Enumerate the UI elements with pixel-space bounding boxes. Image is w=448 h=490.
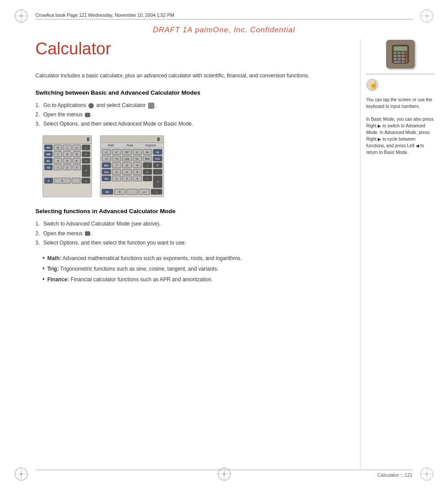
ce-btn[interactable]: CE — [44, 165, 53, 170]
svg-rect-32 — [402, 58, 405, 60]
div-btn[interactable]: ÷ — [82, 145, 90, 150]
percent-btn[interactable]: % — [54, 145, 62, 150]
dot-btn[interactable]: . — [72, 178, 80, 184]
intro-text: Calculator includes a basic calculator, … — [35, 72, 318, 80]
adv-dot[interactable]: . — [126, 189, 138, 195]
adv-ex[interactable]: eˣ — [133, 149, 142, 155]
adv-1x[interactable]: 1/x — [143, 149, 152, 155]
step2-3-text: Select Options, and then select the func… — [43, 239, 186, 247]
btn-4[interactable]: 4 — [54, 158, 62, 164]
calculator-image-icon — [391, 44, 410, 64]
adv-equal-right[interactable]: = — [153, 176, 162, 188]
svg-rect-24 — [402, 52, 405, 54]
adv-2[interactable]: 2 — [122, 176, 131, 181]
mr-btn[interactable]: MR — [44, 151, 53, 157]
adv-eex[interactable]: EEx — [102, 162, 111, 168]
step2-1-text: Switch to Advanced Calculator Mode (see … — [43, 220, 161, 228]
adv-log[interactable]: Log — [122, 156, 131, 161]
c-btn[interactable]: C — [44, 178, 53, 184]
adv-5[interactable]: 5 — [122, 169, 131, 175]
plusminus-btn[interactable]: +/- — [73, 145, 81, 150]
adv-sto[interactable]: Sto — [102, 176, 111, 181]
adv-int[interactable]: Int — [153, 149, 162, 155]
book-info: CrowAce.book Page 121 Wednesday, Novembe… — [35, 12, 174, 18]
mul-btn[interactable]: × — [82, 151, 90, 157]
page-header: CrowAce.book Page 121 Wednesday, Novembe… — [35, 12, 413, 19]
adv-sub[interactable]: − — [143, 176, 152, 181]
adv-x2[interactable]: x² — [102, 149, 111, 155]
svg-rect-23 — [398, 52, 401, 54]
adv-calc-buttons: x² xʸ 10ˣ eˣ 1/x Int √x ˣ√x Log Ln Mod F… — [100, 148, 164, 197]
svg-text:☝: ☝ — [369, 81, 378, 89]
adv-c[interactable]: C — [153, 162, 162, 168]
section1-steps: 1. Go to Applications and select Calcula… — [35, 101, 318, 129]
adv-1[interactable]: 1 — [112, 176, 121, 181]
footer-text: Calculator :: 121 — [377, 472, 413, 478]
step3-text: Select Options, and then select Advanced… — [43, 120, 193, 128]
adv-10x[interactable]: 10ˣ — [122, 149, 131, 155]
adv-0[interactable]: 0 — [114, 189, 126, 195]
sidebar-tip1: You can tap the screen or use the keyboa… — [366, 96, 435, 110]
adv-add[interactable]: + — [151, 189, 162, 195]
adv-9[interactable]: 9 — [133, 162, 142, 168]
function-bullets: Math: Advanced mathematical functions su… — [42, 254, 318, 283]
sidebar-calculator-icon — [386, 40, 415, 69]
adv-frac[interactable]: Frac — [153, 156, 162, 161]
tip-icon: ☝ — [366, 79, 435, 94]
mc-btn[interactable]: MC — [44, 145, 53, 150]
page-footer: Calculator :: 121 — [35, 470, 413, 478]
sqrt-btn[interactable]: √ — [63, 145, 71, 150]
adv-ln[interactable]: Ln — [133, 156, 142, 161]
adv-tab-degrees[interactable]: Degrees — [145, 144, 156, 147]
btn-7[interactable]: 7 — [54, 151, 62, 157]
adv-7[interactable]: 7 — [112, 162, 121, 168]
adv-con[interactable]: Con — [102, 169, 111, 175]
svg-point-15 — [425, 473, 428, 475]
adv-rcl[interactable]: Rcl — [102, 189, 113, 195]
adv-xy[interactable]: xʸ — [112, 149, 121, 155]
basic-calc-display: 0 — [43, 136, 92, 144]
btn-8[interactable]: 8 — [63, 151, 71, 157]
btn-0[interactable]: 0 — [54, 178, 71, 184]
adv-xrootx[interactable]: ˣ√x — [112, 156, 121, 161]
main-content: Calculator Calculator includes a basic c… — [35, 40, 318, 463]
adv-4[interactable]: 4 — [112, 169, 121, 175]
adv-sqrtx[interactable]: √x — [102, 156, 111, 161]
btn-3[interactable]: 3 — [73, 165, 81, 170]
btn-5[interactable]: 5 — [63, 158, 71, 164]
bullet-finance: Finance: Financial calculator functions … — [42, 276, 318, 283]
reg-mark-bl — [13, 466, 29, 482]
adv-mod[interactable]: Mod — [143, 156, 152, 161]
adv-pm[interactable]: +/- — [138, 189, 150, 195]
adv-tab-float[interactable]: Float — [126, 144, 133, 147]
adv-6[interactable]: 6 — [133, 169, 142, 175]
calculator-icon — [148, 103, 154, 109]
adv-back[interactable]: ← — [153, 169, 162, 175]
add-btn[interactable]: + — [81, 178, 90, 184]
adv-div[interactable]: ÷ — [143, 162, 152, 168]
btn-1[interactable]: 1 — [54, 165, 62, 170]
svg-rect-29 — [406, 55, 407, 57]
svg-rect-21 — [394, 46, 407, 51]
btn-6[interactable]: 6 — [73, 158, 81, 164]
mplus-btn[interactable]: M+ — [44, 158, 53, 164]
menu-icon-2 — [85, 231, 90, 236]
btn-2[interactable]: 2 — [63, 165, 71, 170]
sidebar-tip2: In Basic Mode, you can also press Right … — [366, 116, 435, 156]
adv-8[interactable]: 8 — [122, 162, 131, 168]
adv-3[interactable]: 3 — [133, 176, 142, 181]
calculator-images: 0 MC % √ +/- ÷ MR 7 8 9 × M+ — [42, 135, 318, 197]
step-2: 2. Open the menus . — [35, 111, 318, 119]
svg-rect-30 — [394, 58, 397, 60]
btn-9[interactable]: 9 — [73, 151, 81, 157]
reg-mark-tr — [419, 8, 435, 24]
svg-rect-22 — [394, 52, 397, 54]
tip-hand-icon: ☝ — [366, 79, 379, 91]
svg-rect-33 — [406, 58, 407, 63]
adv-mul[interactable]: × — [143, 169, 152, 175]
adv-tab-math[interactable]: Math — [108, 144, 114, 147]
equal-btn-right[interactable]: = — [82, 165, 90, 177]
reg-mark-tl — [13, 8, 29, 24]
adv-calc-display: 0 — [100, 136, 164, 143]
sub-btn[interactable]: − — [82, 158, 90, 164]
